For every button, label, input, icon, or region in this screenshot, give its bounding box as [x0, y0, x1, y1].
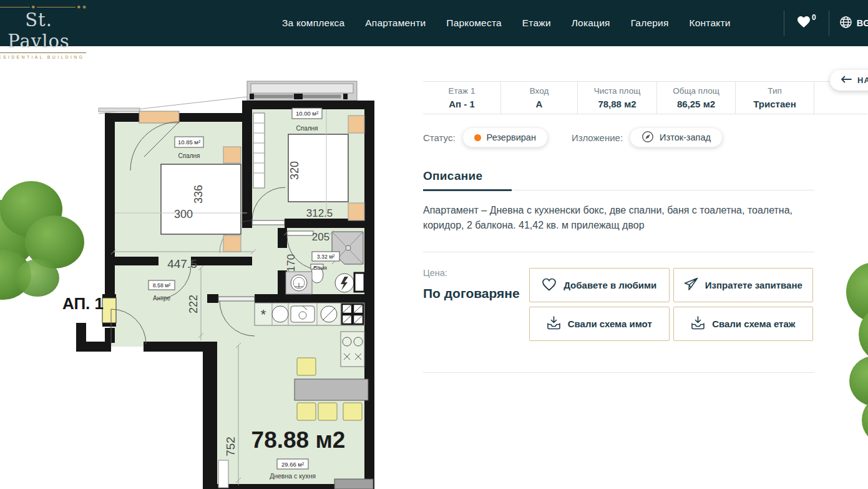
nightstand: [348, 203, 364, 220]
action-buttons: Добавете в любими Изпратете запитване Св…: [529, 268, 813, 341]
exposure-label: Изложение:: [572, 132, 623, 143]
exposure-badge[interactable]: Изток-запад: [630, 127, 723, 147]
heart-outline-icon: [542, 278, 557, 293]
spec-type-value: Тристаен: [753, 99, 796, 109]
logo-ornament: ◆◆◉: [0, 4, 86, 9]
description-text: Апартамент – Дневна с кухненски бокс, дв…: [423, 203, 822, 232]
total-area-label: 78.88 м2: [251, 427, 346, 453]
status-row: Статус: Резервиран Изложение: Изток-запа…: [423, 127, 867, 147]
status-dot-icon: [474, 134, 481, 141]
bedroom2-name-label: Спалня: [296, 125, 318, 132]
dim-entry-depth: 222: [187, 295, 200, 314]
nav-item-about[interactable]: За комплекса: [282, 17, 344, 29]
entry-window: [102, 298, 116, 323]
nav-item-location[interactable]: Локация: [572, 17, 610, 29]
status-value: Резервиран: [487, 132, 536, 142]
nav-item-contacts[interactable]: Контакти: [690, 17, 731, 29]
spec-net-area-label: Чиста площ: [594, 86, 641, 96]
spec-floor: Етаж 1 Ап - 1: [423, 82, 501, 114]
status-badge[interactable]: Резервиран: [462, 127, 548, 147]
download-icon: [691, 316, 705, 332]
header-divider: [784, 11, 784, 36]
spec-gross-area-value: 86,25 м2: [677, 99, 715, 109]
download-floor-plan-label: Свали схема етаж: [712, 319, 795, 329]
back-button[interactable]: НАЗАД: [830, 70, 868, 91]
spec-floor-value: Ап - 1: [449, 99, 475, 109]
header-divider: [829, 11, 829, 36]
compass-icon: [641, 131, 654, 145]
living-area-label: 29.66 м²: [281, 461, 304, 468]
divider: [423, 372, 814, 373]
send-inquiry-button[interactable]: Изпратете запитване: [673, 268, 814, 302]
download-icon: [547, 316, 561, 332]
apartment-details-panel: Етаж 1 Ап - 1 Вход А Чиста площ 78,88 м2…: [423, 81, 867, 373]
spec-type: Тип Тристаен: [736, 82, 814, 114]
kitchen-sink: [291, 306, 315, 322]
floorplan-drawing: * 447.5 300 336: [62, 53, 412, 489]
paper-plane-icon: [684, 277, 698, 293]
download-unit-plan-button[interactable]: Свали схема имот: [529, 307, 670, 341]
dim-bed2-length: 320: [288, 161, 301, 180]
logo-title: St. Pavlos: [0, 9, 86, 52]
entry-area-label: 8.58 м²: [153, 282, 171, 289]
header-utilities: 0 BG: [784, 0, 868, 46]
bathroom-name-label: Баня: [313, 264, 327, 271]
spec-floor-label: Етаж 1: [449, 86, 475, 96]
divider: [423, 252, 814, 252]
heart-icon: [797, 16, 811, 31]
nightstand: [223, 147, 241, 163]
spec-table: Етаж 1 Ап - 1 Вход А Чиста площ 78,88 м2…: [423, 81, 867, 114]
dim-corridor: 447.5: [167, 257, 197, 270]
nav-item-floors[interactable]: Етажи: [522, 17, 551, 29]
dim-living-height: 752: [224, 437, 237, 457]
send-inquiry-label: Изпратете запитване: [705, 280, 802, 290]
logo-subtitle: RESIDENTIAL BUILDING: [0, 52, 86, 59]
status-label: Статус:: [423, 132, 456, 143]
language-label: BG: [857, 18, 868, 28]
site-logo[interactable]: ◆◆◉ St. Pavlos RESIDENTIAL BUILDING: [0, 4, 86, 59]
add-to-favorites-label: Добавете в любими: [563, 280, 656, 290]
dim-bath-depth: 170: [285, 254, 297, 272]
nightstand: [223, 235, 241, 252]
bedroom1-area-label: 10.85 м²: [178, 139, 200, 146]
spec-entrance-label: Вход: [530, 86, 549, 96]
svg-text:*: *: [261, 307, 266, 322]
add-to-favorites-button[interactable]: Добавете в любими: [529, 268, 670, 302]
nav-item-apartments[interactable]: Апартаменти: [365, 17, 426, 29]
living-name-label: Дневна с кухня: [270, 472, 316, 480]
nav-item-gallery[interactable]: Галерия: [631, 17, 669, 29]
shaft: [354, 273, 364, 292]
washing-machine: [272, 306, 288, 322]
spec-gross-area: Обща площ 86,25 м2: [657, 82, 736, 114]
nav-item-parking[interactable]: Паркоместа: [446, 17, 502, 29]
bottom-door: [218, 460, 228, 488]
ledge: [99, 108, 140, 112]
main-nav: За комплекса Апартаменти Паркоместа Етаж…: [282, 0, 731, 46]
bedroom2-area-label: 10.00 м²: [296, 110, 318, 117]
apartment-number-label: АП. 1: [62, 294, 104, 313]
dim-bed1-width: 300: [174, 208, 193, 220]
spec-entrance-value: А: [536, 99, 543, 109]
spec-entrance: Вход А: [501, 82, 578, 114]
description-underline: [423, 189, 814, 191]
dim-bed1-length: 336: [192, 185, 205, 204]
download-unit-plan-label: Свали схема имот: [568, 319, 652, 329]
dim-bath-width: 205: [312, 231, 329, 243]
balcony-door-bedroom1: [139, 111, 179, 123]
exposure-value: Изток-запад: [660, 132, 711, 142]
favorites-count: 0: [812, 13, 816, 22]
price-section: Цена: По договаряне Добавете в любими Из…: [423, 268, 867, 341]
dim-bed2-width: 312.5: [306, 207, 333, 219]
top-navigation-bar: ◆◆◉ St. Pavlos RESIDENTIAL BUILDING За к…: [0, 0, 868, 46]
download-floor-plan-button[interactable]: Свали схема етаж: [673, 307, 814, 341]
corner-unit: [341, 332, 364, 367]
globe-icon: [839, 16, 852, 31]
favorites-button[interactable]: 0: [794, 16, 819, 31]
description-heading: Описание: [423, 169, 867, 183]
balcony-top: [247, 81, 357, 101]
nightstand: [348, 116, 364, 133]
media-unit: [334, 479, 373, 489]
bathroom-area-label: 3.32 м²: [317, 254, 335, 260]
language-selector[interactable]: BG: [839, 16, 868, 31]
spec-net-area: Чиста площ 78,88 м2: [578, 82, 657, 114]
